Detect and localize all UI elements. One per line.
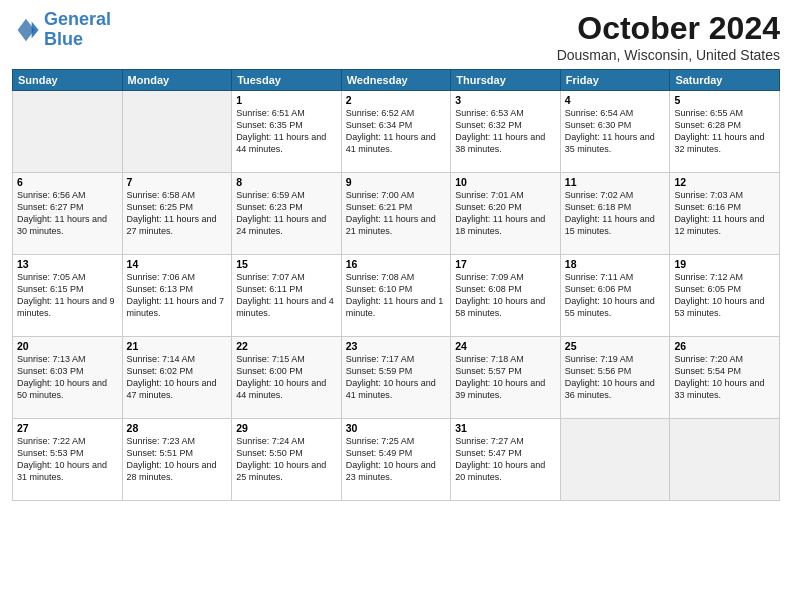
calendar-cell: 17Sunrise: 7:09 AM Sunset: 6:08 PM Dayli… [451, 255, 561, 337]
day-number: 17 [455, 258, 556, 270]
day-number: 23 [346, 340, 447, 352]
weekday-header: Friday [560, 70, 670, 91]
day-number: 16 [346, 258, 447, 270]
logo-icon [12, 16, 40, 44]
calendar-cell: 5Sunrise: 6:55 AM Sunset: 6:28 PM Daylig… [670, 91, 780, 173]
calendar-body: 1Sunrise: 6:51 AM Sunset: 6:35 PM Daylig… [13, 91, 780, 501]
calendar-cell: 27Sunrise: 7:22 AM Sunset: 5:53 PM Dayli… [13, 419, 123, 501]
day-number: 26 [674, 340, 775, 352]
day-number: 10 [455, 176, 556, 188]
calendar-week-row: 6Sunrise: 6:56 AM Sunset: 6:27 PM Daylig… [13, 173, 780, 255]
day-info: Sunrise: 7:18 AM Sunset: 5:57 PM Dayligh… [455, 353, 556, 402]
weekday-header: Sunday [13, 70, 123, 91]
calendar-cell: 1Sunrise: 6:51 AM Sunset: 6:35 PM Daylig… [232, 91, 342, 173]
calendar-cell: 21Sunrise: 7:14 AM Sunset: 6:02 PM Dayli… [122, 337, 232, 419]
day-info: Sunrise: 6:52 AM Sunset: 6:34 PM Dayligh… [346, 107, 447, 156]
calendar-cell: 30Sunrise: 7:25 AM Sunset: 5:49 PM Dayli… [341, 419, 451, 501]
day-info: Sunrise: 6:58 AM Sunset: 6:25 PM Dayligh… [127, 189, 228, 238]
day-number: 4 [565, 94, 666, 106]
day-info: Sunrise: 7:03 AM Sunset: 6:16 PM Dayligh… [674, 189, 775, 238]
day-number: 19 [674, 258, 775, 270]
calendar-week-row: 13Sunrise: 7:05 AM Sunset: 6:15 PM Dayli… [13, 255, 780, 337]
day-number: 30 [346, 422, 447, 434]
calendar-cell: 18Sunrise: 7:11 AM Sunset: 6:06 PM Dayli… [560, 255, 670, 337]
day-info: Sunrise: 7:00 AM Sunset: 6:21 PM Dayligh… [346, 189, 447, 238]
day-info: Sunrise: 7:24 AM Sunset: 5:50 PM Dayligh… [236, 435, 337, 484]
day-info: Sunrise: 6:53 AM Sunset: 6:32 PM Dayligh… [455, 107, 556, 156]
calendar-cell: 19Sunrise: 7:12 AM Sunset: 6:05 PM Dayli… [670, 255, 780, 337]
day-number: 29 [236, 422, 337, 434]
calendar-cell: 22Sunrise: 7:15 AM Sunset: 6:00 PM Dayli… [232, 337, 342, 419]
calendar-cell: 10Sunrise: 7:01 AM Sunset: 6:20 PM Dayli… [451, 173, 561, 255]
day-info: Sunrise: 7:17 AM Sunset: 5:59 PM Dayligh… [346, 353, 447, 402]
calendar-cell: 9Sunrise: 7:00 AM Sunset: 6:21 PM Daylig… [341, 173, 451, 255]
day-info: Sunrise: 6:55 AM Sunset: 6:28 PM Dayligh… [674, 107, 775, 156]
day-info: Sunrise: 7:23 AM Sunset: 5:51 PM Dayligh… [127, 435, 228, 484]
header: General Blue October 2024 Dousman, Wisco… [12, 10, 780, 63]
weekday-header: Tuesday [232, 70, 342, 91]
day-number: 24 [455, 340, 556, 352]
day-number: 31 [455, 422, 556, 434]
day-number: 6 [17, 176, 118, 188]
calendar-cell: 7Sunrise: 6:58 AM Sunset: 6:25 PM Daylig… [122, 173, 232, 255]
day-number: 9 [346, 176, 447, 188]
day-info: Sunrise: 6:54 AM Sunset: 6:30 PM Dayligh… [565, 107, 666, 156]
weekday-header: Monday [122, 70, 232, 91]
day-number: 8 [236, 176, 337, 188]
calendar-cell: 4Sunrise: 6:54 AM Sunset: 6:30 PM Daylig… [560, 91, 670, 173]
calendar-cell: 16Sunrise: 7:08 AM Sunset: 6:10 PM Dayli… [341, 255, 451, 337]
day-number: 15 [236, 258, 337, 270]
calendar-cell: 14Sunrise: 7:06 AM Sunset: 6:13 PM Dayli… [122, 255, 232, 337]
day-info: Sunrise: 7:09 AM Sunset: 6:08 PM Dayligh… [455, 271, 556, 320]
day-number: 18 [565, 258, 666, 270]
day-number: 2 [346, 94, 447, 106]
calendar-week-row: 1Sunrise: 6:51 AM Sunset: 6:35 PM Daylig… [13, 91, 780, 173]
day-number: 28 [127, 422, 228, 434]
month-title: October 2024 [557, 10, 780, 47]
day-info: Sunrise: 7:08 AM Sunset: 6:10 PM Dayligh… [346, 271, 447, 320]
calendar-week-row: 27Sunrise: 7:22 AM Sunset: 5:53 PM Dayli… [13, 419, 780, 501]
location-title: Dousman, Wisconsin, United States [557, 47, 780, 63]
calendar-cell: 25Sunrise: 7:19 AM Sunset: 5:56 PM Dayli… [560, 337, 670, 419]
day-number: 5 [674, 94, 775, 106]
weekday-header: Saturday [670, 70, 780, 91]
day-number: 13 [17, 258, 118, 270]
calendar-cell: 8Sunrise: 6:59 AM Sunset: 6:23 PM Daylig… [232, 173, 342, 255]
day-info: Sunrise: 7:13 AM Sunset: 6:03 PM Dayligh… [17, 353, 118, 402]
calendar-cell [560, 419, 670, 501]
logo-line1: General [44, 9, 111, 29]
day-number: 1 [236, 94, 337, 106]
title-block: October 2024 Dousman, Wisconsin, United … [557, 10, 780, 63]
calendar-cell: 24Sunrise: 7:18 AM Sunset: 5:57 PM Dayli… [451, 337, 561, 419]
day-number: 22 [236, 340, 337, 352]
calendar-cell: 20Sunrise: 7:13 AM Sunset: 6:03 PM Dayli… [13, 337, 123, 419]
weekday-header: Wednesday [341, 70, 451, 91]
day-info: Sunrise: 7:20 AM Sunset: 5:54 PM Dayligh… [674, 353, 775, 402]
day-info: Sunrise: 6:59 AM Sunset: 6:23 PM Dayligh… [236, 189, 337, 238]
day-number: 3 [455, 94, 556, 106]
calendar-cell: 29Sunrise: 7:24 AM Sunset: 5:50 PM Dayli… [232, 419, 342, 501]
calendar-cell: 6Sunrise: 6:56 AM Sunset: 6:27 PM Daylig… [13, 173, 123, 255]
day-info: Sunrise: 7:02 AM Sunset: 6:18 PM Dayligh… [565, 189, 666, 238]
logo: General Blue [12, 10, 111, 50]
weekday-header-row: SundayMondayTuesdayWednesdayThursdayFrid… [13, 70, 780, 91]
calendar-cell: 28Sunrise: 7:23 AM Sunset: 5:51 PM Dayli… [122, 419, 232, 501]
day-info: Sunrise: 7:22 AM Sunset: 5:53 PM Dayligh… [17, 435, 118, 484]
logo-text: General Blue [44, 10, 111, 50]
weekday-header: Thursday [451, 70, 561, 91]
day-info: Sunrise: 7:11 AM Sunset: 6:06 PM Dayligh… [565, 271, 666, 320]
day-info: Sunrise: 7:27 AM Sunset: 5:47 PM Dayligh… [455, 435, 556, 484]
day-info: Sunrise: 7:07 AM Sunset: 6:11 PM Dayligh… [236, 271, 337, 320]
page: General Blue October 2024 Dousman, Wisco… [0, 0, 792, 612]
calendar-cell [122, 91, 232, 173]
calendar-cell: 23Sunrise: 7:17 AM Sunset: 5:59 PM Dayli… [341, 337, 451, 419]
calendar-cell: 26Sunrise: 7:20 AM Sunset: 5:54 PM Dayli… [670, 337, 780, 419]
calendar-cell [13, 91, 123, 173]
day-info: Sunrise: 6:56 AM Sunset: 6:27 PM Dayligh… [17, 189, 118, 238]
calendar-table: SundayMondayTuesdayWednesdayThursdayFrid… [12, 69, 780, 501]
day-number: 7 [127, 176, 228, 188]
calendar-cell [670, 419, 780, 501]
calendar-week-row: 20Sunrise: 7:13 AM Sunset: 6:03 PM Dayli… [13, 337, 780, 419]
day-number: 27 [17, 422, 118, 434]
day-number: 12 [674, 176, 775, 188]
